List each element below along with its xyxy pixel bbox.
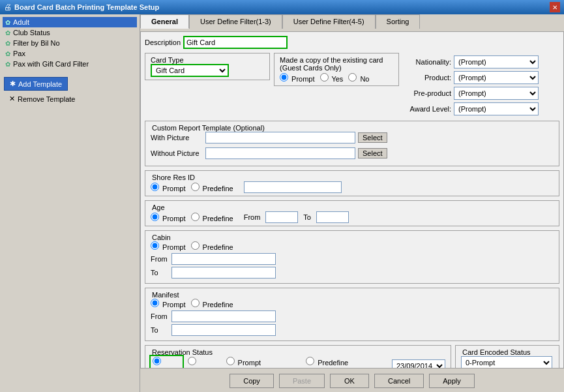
shore-res-id-radio-group: Prompt Predefine bbox=[151, 181, 554, 193]
cabin-predefine-label: Predefine bbox=[191, 241, 233, 251]
age-to-input[interactable] bbox=[316, 211, 349, 223]
custom-report-legend: Custom Report Template (Optional) bbox=[151, 124, 554, 132]
cancel-button[interactable]: Cancel bbox=[374, 374, 424, 388]
sidebar-item-adult[interactable]: ✿ Adult bbox=[3, 17, 137, 27]
without-picture-input[interactable] bbox=[205, 147, 355, 159]
sidebar-item-club-status[interactable]: ✿ Club Status bbox=[3, 27, 137, 38]
pre-product-label: Pre-product bbox=[406, 89, 451, 97]
paste-button[interactable]: Paste bbox=[279, 374, 325, 388]
reservation-date-select[interactable]: 23/09/2014 bbox=[392, 359, 445, 369]
shore-res-id-predefine-radio[interactable] bbox=[191, 183, 200, 191]
manifest-predefine-radio[interactable] bbox=[191, 299, 200, 307]
manifest-prompt-label: Prompt bbox=[151, 299, 186, 309]
cabin-to-input[interactable] bbox=[171, 267, 276, 279]
sidebar-item-pax-gift[interactable]: ✿ Pax with Gift Card Filter bbox=[3, 59, 137, 69]
manifest-box: Manifest Prompt Predefine From bbox=[145, 288, 559, 341]
cabin-box: Cabin Prompt Predefine From To bbox=[145, 230, 559, 284]
reservation-status-row: Reservation Status Prompt Check-In Pr bbox=[145, 345, 559, 369]
age-box: Age Prompt Predefine From To bbox=[145, 200, 559, 226]
cabin-prompt-radio[interactable] bbox=[151, 241, 159, 250]
manifest-to-input[interactable] bbox=[171, 324, 276, 336]
title-bar: 🖨 Board Card Batch Printing Template Set… bbox=[0, 0, 564, 14]
with-picture-select-button[interactable]: Select bbox=[358, 132, 387, 143]
cabin-prompt-label: Prompt bbox=[151, 241, 186, 251]
cabin-radio-group: Prompt Predefine bbox=[151, 241, 554, 251]
with-picture-label: With Picture bbox=[151, 134, 203, 142]
card-encoded-status-box: Card Encoded Status 0-Prompt 1-Encoded bbox=[455, 345, 559, 369]
manifest-prompt-radio[interactable] bbox=[151, 299, 159, 307]
cabin-to-row: To bbox=[151, 267, 554, 279]
remove-template-button[interactable]: ✕ Remove Template bbox=[4, 93, 80, 104]
with-picture-row: With Picture Select bbox=[151, 132, 554, 143]
shore-res-id-predefine-label: Predefine bbox=[191, 183, 233, 192]
asterisk-icon: ✱ bbox=[10, 80, 16, 88]
description-row: Description bbox=[145, 36, 559, 49]
shore-res-id-prompt-label: Prompt bbox=[151, 183, 186, 192]
tree-icon-pax: ✿ bbox=[5, 50, 10, 57]
x-icon: ✕ bbox=[9, 95, 15, 103]
apply-button[interactable]: Apply bbox=[429, 374, 475, 388]
shore-res-id-input[interactable] bbox=[244, 181, 342, 193]
made-copy-no-radio[interactable] bbox=[348, 73, 357, 82]
left-col: Card Type Gift Card Adult Club Status bbox=[145, 53, 270, 121]
custom-report-box: Custom Report Template (Optional) With P… bbox=[145, 121, 559, 166]
card-type-select[interactable]: Gift Card Adult Club Status bbox=[151, 64, 229, 77]
shore-res-id-box: Shore Res ID Prompt Predefine bbox=[145, 170, 559, 196]
res-status-predefine-res-date-radio[interactable] bbox=[306, 357, 314, 365]
tab-user-filter-1-3[interactable]: User Define Filter(1-3) bbox=[189, 14, 282, 29]
shore-res-id-prompt-radio[interactable] bbox=[151, 183, 159, 191]
made-copy-box: Made a copy of the existing card (Guest … bbox=[274, 53, 399, 86]
age-radio-group: Prompt Predefine From To bbox=[151, 211, 554, 223]
app-icon: 🖨 bbox=[4, 3, 12, 12]
reservation-status-box: Reservation Status Prompt Check-In Pr bbox=[145, 345, 451, 369]
tab-sorting[interactable]: Sorting bbox=[376, 14, 421, 29]
with-picture-input[interactable] bbox=[205, 132, 355, 143]
res-status-checkin-radio[interactable] bbox=[188, 357, 196, 365]
tab-general[interactable]: General bbox=[140, 14, 189, 29]
description-input[interactable] bbox=[183, 36, 288, 49]
content-wrapper: General User Define Filter(1-3) User Def… bbox=[140, 14, 564, 392]
res-status-checkin-label: Check-In bbox=[188, 357, 220, 369]
made-copy-yes-radio[interactable] bbox=[320, 73, 329, 82]
card-type-row: Card Type bbox=[151, 56, 264, 64]
made-copy-prompt-radio[interactable] bbox=[280, 73, 288, 82]
res-status-prompt-label: Prompt bbox=[151, 356, 183, 369]
copy-button[interactable]: Copy bbox=[230, 374, 274, 388]
age-to-label: To bbox=[303, 213, 311, 221]
tab-user-filter-4-5[interactable]: User Define Filter(4-5) bbox=[282, 14, 376, 29]
manifest-from-input[interactable] bbox=[171, 310, 276, 322]
sidebar-item-filter-bil-no[interactable]: ✿ Filter by Bil No bbox=[3, 38, 137, 48]
manifest-to-label: To bbox=[151, 326, 169, 334]
res-status-prompt-res-date-label: Prompt Reservation Date bbox=[226, 357, 301, 369]
award-level-select[interactable]: (Prompt) bbox=[454, 102, 539, 115]
product-select[interactable]: (Prompt) bbox=[454, 71, 539, 84]
right-panel: Nationality: (Prompt) Product: (Prompt) … bbox=[403, 53, 559, 121]
made-copy-col: Made a copy of the existing card (Guest … bbox=[274, 53, 399, 121]
cabin-predefine-radio[interactable] bbox=[191, 241, 200, 250]
age-predefine-radio[interactable] bbox=[191, 213, 200, 221]
sidebar-item-pax[interactable]: ✿ Pax bbox=[3, 48, 137, 59]
tree-icon-filter: ✿ bbox=[5, 40, 10, 47]
tab-bar: General User Define Filter(1-3) User Def… bbox=[140, 14, 564, 29]
card-type-label: Card Type bbox=[151, 56, 184, 64]
add-template-button[interactable]: ✱ Add Template bbox=[4, 77, 68, 91]
award-level-label: Award Level: bbox=[406, 105, 451, 113]
close-button[interactable]: ✕ bbox=[550, 2, 560, 12]
pre-product-select[interactable]: (Prompt) bbox=[454, 87, 539, 100]
card-type-box: Card Type Gift Card Adult Club Status bbox=[145, 53, 270, 80]
res-status-prompt-res-date-radio[interactable] bbox=[226, 357, 235, 365]
made-copy-label: Made a copy of the existing card (Guest … bbox=[280, 56, 383, 72]
card-type-made-copy-row: Card Type Gift Card Adult Club Status Ma… bbox=[145, 53, 559, 121]
without-picture-row: Without Picture Select bbox=[151, 147, 554, 159]
nationality-select[interactable]: (Prompt) bbox=[454, 55, 539, 68]
manifest-predefine-label: Predefine bbox=[191, 299, 233, 309]
res-status-prompt-radio[interactable] bbox=[153, 357, 161, 365]
cabin-from-input[interactable] bbox=[171, 253, 276, 265]
age-prompt-radio[interactable] bbox=[151, 213, 159, 221]
age-legend: Age bbox=[151, 204, 554, 211]
manifest-legend: Manifest bbox=[151, 291, 554, 299]
without-picture-select-button[interactable]: Select bbox=[358, 148, 387, 158]
card-encoded-status-select[interactable]: 0-Prompt 1-Encoded bbox=[461, 356, 552, 369]
ok-button[interactable]: OK bbox=[330, 374, 369, 388]
age-from-input[interactable] bbox=[265, 211, 298, 223]
